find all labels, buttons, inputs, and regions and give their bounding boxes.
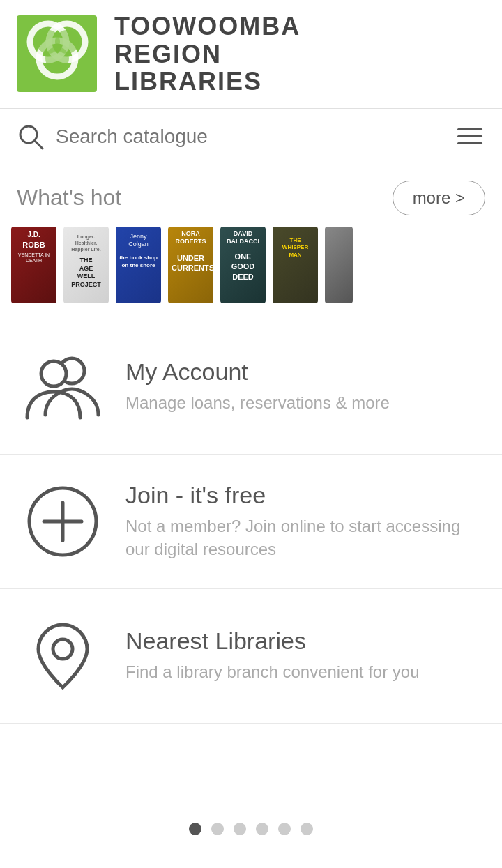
pagination-dot-1[interactable] xyxy=(189,823,201,835)
app-header: TOOWOOMBA REGION LIBRARIES xyxy=(0,0,502,109)
search-icon xyxy=(17,123,45,151)
svg-point-6 xyxy=(45,47,69,70)
join-subtitle: Not a member? Join online to start acces… xyxy=(126,515,481,561)
join-icon xyxy=(21,480,105,563)
nearest-libraries-text: Nearest Libraries Find a library branch … xyxy=(126,627,481,684)
join-text: Join - it's free Not a member? Join onli… xyxy=(126,482,481,561)
search-bar xyxy=(0,109,502,165)
svg-point-14 xyxy=(53,639,73,659)
logo-container[interactable]: TOOWOOMBA REGION LIBRARIES xyxy=(17,13,301,96)
nearest-libraries-row[interactable]: Nearest Libraries Find a library branch … xyxy=(0,589,502,724)
menu-line-2 xyxy=(457,135,482,137)
my-account-row[interactable]: My Account Manage loans, reservations & … xyxy=(0,320,502,455)
search-input[interactable] xyxy=(56,125,443,148)
book-item[interactable]: Longer. Healthier. Happier Life. THE AGE… xyxy=(63,227,109,303)
whats-hot-title: What's hot xyxy=(17,185,121,211)
logo-icon xyxy=(17,15,107,92)
logo-line3: LIBRARIES xyxy=(114,68,301,96)
pagination xyxy=(0,795,502,856)
book-item[interactable]: Jenny Colgan the book shop on the shore xyxy=(116,227,161,303)
logo-line2: REGION xyxy=(114,40,301,68)
hamburger-menu-button[interactable] xyxy=(455,121,485,152)
nearest-libraries-subtitle: Find a library branch convenient for you xyxy=(126,660,481,684)
join-title: Join - it's free xyxy=(126,482,481,509)
book-item[interactable]: DAVID BALDACCI ONE GOOD DEED xyxy=(220,227,266,303)
logo-line1: TOOWOOMBA xyxy=(114,13,301,40)
svg-point-10 xyxy=(41,361,66,386)
location-icon xyxy=(21,614,105,698)
join-row[interactable]: Join - it's free Not a member? Join onli… xyxy=(0,455,502,589)
nearest-libraries-title: Nearest Libraries xyxy=(126,627,481,655)
pagination-dot-4[interactable] xyxy=(256,823,268,835)
book-item[interactable]: NORA ROBERTS UNDER CURRENTS xyxy=(168,227,213,303)
my-account-text: My Account Manage loans, reservations & … xyxy=(126,358,481,415)
whats-hot-header: What's hot more > xyxy=(0,165,502,227)
book-item[interactable]: J.D. ROBB VENDETTA IN DEATH xyxy=(11,227,56,303)
my-account-title: My Account xyxy=(126,358,481,386)
pagination-dot-6[interactable] xyxy=(301,823,313,835)
pagination-dot-2[interactable] xyxy=(211,823,224,835)
book-item[interactable] xyxy=(325,227,353,303)
my-account-subtitle: Manage loans, reservations & more xyxy=(126,391,481,415)
book-item[interactable]: THE WHISPER MAN xyxy=(273,227,318,303)
more-button[interactable]: more > xyxy=(393,181,485,215)
menu-line-3 xyxy=(457,142,482,144)
pagination-dot-5[interactable] xyxy=(278,823,291,835)
menu-line-1 xyxy=(457,128,482,130)
logo-text: TOOWOOMBA REGION LIBRARIES xyxy=(114,13,301,96)
pagination-dot-3[interactable] xyxy=(234,823,246,835)
my-account-icon xyxy=(21,345,105,429)
svg-line-8 xyxy=(35,141,43,149)
book-carousel[interactable]: J.D. ROBB VENDETTA IN DEATH Longer. Heal… xyxy=(0,227,502,320)
bottom-area xyxy=(0,724,502,868)
